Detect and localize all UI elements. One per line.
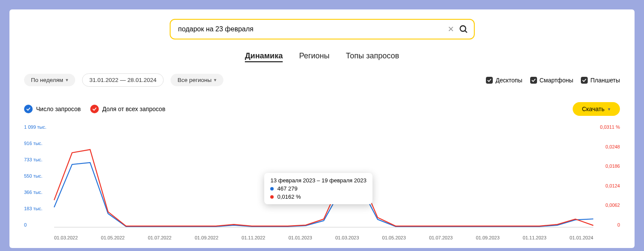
checkbox-label: Смартфоны bbox=[540, 77, 574, 84]
analytics-panel: ✕ Динамика Регионы Топы запросов По неде… bbox=[9, 9, 635, 248]
search-box[interactable]: ✕ bbox=[170, 19, 475, 39]
search-icon[interactable] bbox=[458, 24, 469, 34]
tab-top-queries[interactable]: Топы запросов bbox=[346, 51, 399, 62]
legend-label: Доля от всех запросов bbox=[102, 106, 165, 112]
chevron-down-icon: ▾ bbox=[66, 77, 68, 83]
checkbox-icon bbox=[530, 77, 537, 84]
tab-dynamics[interactable]: Динамика bbox=[245, 51, 283, 62]
legend-dot-blue bbox=[24, 105, 33, 113]
legend-series-queries[interactable]: Число запросов bbox=[24, 105, 81, 113]
checkbox-smartphone[interactable]: Смартфоны bbox=[530, 77, 574, 84]
search-row: ✕ bbox=[20, 19, 624, 39]
chevron-down-icon: ▾ bbox=[608, 106, 610, 112]
region-select[interactable]: Все регионы ▾ bbox=[171, 74, 223, 86]
date-range-select[interactable]: 31.01.2022 — 28.01.2024 bbox=[82, 73, 164, 87]
download-button[interactable]: Скачать ▾ bbox=[573, 102, 620, 116]
checkbox-tablet[interactable]: Планшеты bbox=[581, 77, 620, 84]
checkbox-label: Планшеты bbox=[590, 77, 620, 84]
device-checks: Десктопы Смартфоны Планшеты bbox=[486, 77, 620, 84]
plot-area[interactable]: 13 февраля 2023 – 19 февраля 2023 467 27… bbox=[54, 129, 593, 227]
svg-line-1 bbox=[465, 30, 467, 33]
checkbox-icon bbox=[486, 77, 493, 84]
tab-regions[interactable]: Регионы bbox=[299, 51, 330, 62]
tabs: Динамика Регионы Топы запросов bbox=[20, 51, 624, 62]
checkbox-icon bbox=[581, 77, 588, 84]
chevron-down-icon: ▾ bbox=[214, 77, 217, 83]
legend-series-share[interactable]: Доля от всех запросов bbox=[90, 105, 165, 113]
period-mode-label: По неделям bbox=[31, 77, 63, 83]
x-axis: 01.03.202201.05.202201.07.202201.09.2022… bbox=[54, 235, 593, 240]
y-axis-left: 1 099 тыс.916 тыс.733 тыс.550 тыс.366 ты… bbox=[24, 124, 50, 227]
clear-icon[interactable]: ✕ bbox=[443, 24, 458, 34]
tooltip-value-red: 0,0162 % bbox=[277, 194, 301, 200]
legend-label: Число запросов bbox=[36, 106, 81, 112]
date-range-label: 31.01.2022 — 28.01.2024 bbox=[89, 77, 156, 83]
y-axis-right: 0,0311 %0,02480,01860,01240,00620 bbox=[594, 124, 620, 227]
svg-point-0 bbox=[460, 26, 466, 31]
tooltip-value-blue: 467 279 bbox=[277, 185, 297, 192]
download-label: Скачать bbox=[582, 106, 605, 112]
period-mode-select[interactable]: По неделям ▾ bbox=[24, 74, 75, 86]
checkbox-label: Десктопы bbox=[495, 77, 522, 84]
tooltip-date: 13 февраля 2023 – 19 февраля 2023 bbox=[270, 177, 366, 184]
tooltip-dot-blue bbox=[270, 187, 274, 191]
checkbox-desktop[interactable]: Десктопы bbox=[486, 77, 522, 84]
legend-dot-red bbox=[90, 105, 99, 113]
tooltip-dot-red bbox=[270, 195, 274, 199]
chart: 1 099 тыс.916 тыс.733 тыс.550 тыс.366 ты… bbox=[20, 124, 624, 240]
search-input[interactable] bbox=[178, 25, 443, 33]
tooltip: 13 февраля 2023 – 19 февраля 2023 467 27… bbox=[264, 173, 372, 204]
region-label: Все регионы bbox=[177, 77, 211, 83]
